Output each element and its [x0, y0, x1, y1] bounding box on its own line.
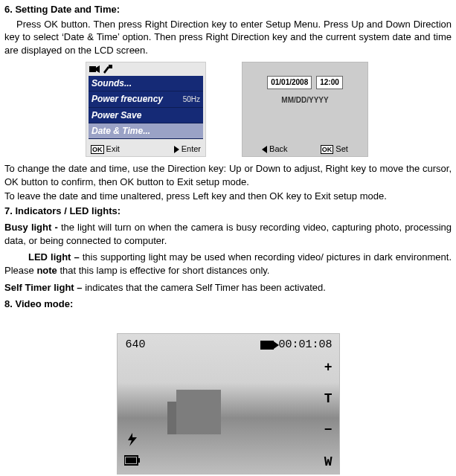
busy-light-label: Busy light -: [4, 222, 61, 233]
flash-icon: [124, 433, 141, 446]
section-6-body: Press OK button. Then press Right Direct…: [4, 18, 452, 57]
section-7-title: 7. Indicators / LED lights:: [4, 205, 452, 218]
battery-icon: [124, 454, 141, 467]
menu-item-sounds: Sounds...: [89, 76, 203, 91]
video-icon: [89, 65, 100, 74]
video-figure-wrap: 640 00:01:08 + T − W: [4, 333, 452, 475]
section-6-body-text: Press OK button. Then press Right Direct…: [4, 19, 452, 56]
set-label: Set: [335, 144, 348, 153]
camcorder-icon: [260, 341, 274, 350]
lcd2-body: 01/01/2008 12:00 MM/DD/YYYY: [243, 62, 367, 141]
zoom-minus: −: [324, 421, 333, 439]
led-light-text-b: that this lamp is effective for short di…: [57, 265, 270, 276]
figure-row: Sounds... Power frecuency 50Hz Power Sav…: [86, 62, 452, 156]
zoom-indicator: + T − W: [324, 358, 333, 471]
led-light-label: LED light –: [28, 251, 83, 263]
self-timer-text: indicates that the camera Self Timer has…: [85, 282, 326, 293]
lcd2-footer: Back OK Set: [243, 141, 367, 156]
zoom-plus: +: [324, 358, 333, 376]
date-time-fields: 01/01/2008 12:00: [267, 76, 343, 89]
right-arrow-icon: [174, 146, 179, 153]
section-6-title: 6. Setting Date and Time:: [4, 3, 452, 16]
lcd1-status-icons: [86, 62, 205, 76]
self-timer-row: Self Timer light – indicates that the ca…: [4, 281, 452, 295]
back-hint: Back: [262, 144, 287, 155]
back-label: Back: [269, 144, 287, 153]
time-field: 12:00: [316, 76, 343, 89]
note-word: note: [36, 265, 57, 276]
svg-rect-5: [138, 458, 140, 463]
setup-icon: [102, 65, 114, 74]
busy-light-row: Busy light - the light will turn on when…: [4, 221, 452, 247]
ok-icon: OK: [321, 145, 334, 154]
busy-light-text: the light will turn on when the camera i…: [4, 222, 452, 246]
zoom-w: W: [324, 453, 333, 471]
scene-building: [176, 390, 221, 434]
left-arrow-icon: [262, 146, 267, 153]
zoom-t: T: [324, 390, 333, 408]
lcd-setup-menu: Sounds... Power frecuency 50Hz Power Sav…: [86, 62, 205, 156]
section-6-leave: To leave the date and time unaltered, pr…: [4, 190, 452, 203]
ok-icon: OK: [91, 145, 104, 154]
enter-hint: Enter: [174, 144, 201, 155]
self-timer-label: Self Timer light –: [4, 282, 85, 293]
svg-marker-3: [128, 433, 137, 446]
video-topbar: 640 00:01:08: [117, 338, 340, 353]
date-field: 01/01/2008: [267, 76, 312, 89]
led-light-row: LED light – this supporting light may be…: [4, 251, 452, 277]
svg-rect-6: [126, 457, 136, 463]
menu-item-power-frequency-value: 50Hz: [183, 94, 200, 105]
exit-hint: OK Exit: [91, 144, 120, 155]
video-time-value: 00:01:08: [278, 338, 332, 353]
set-hint: OK Set: [321, 144, 348, 155]
menu-item-date-time: Date & Time...: [89, 123, 203, 139]
video-left-icons: [124, 433, 141, 467]
svg-marker-1: [96, 65, 100, 73]
video-timer: 00:01:08: [260, 338, 332, 353]
lcd1-footer: OK Exit Enter: [86, 141, 205, 156]
enter-label: Enter: [182, 144, 201, 153]
menu-item-power-save: Power Save: [89, 108, 203, 123]
lcd-video-mode: 640 00:01:08 + T − W: [117, 333, 340, 475]
menu-item-power-frequency: Power frecuency 50Hz: [89, 91, 203, 107]
menu-item-power-frequency-label: Power frecuency: [91, 93, 163, 105]
setup-menu-list: Sounds... Power frecuency 50Hz Power Sav…: [89, 76, 203, 141]
video-resolution: 640: [124, 338, 147, 353]
lcd-date-time: 01/01/2008 12:00 MM/DD/YYYY Back OK Set: [243, 62, 367, 156]
section-6-change: To change the date and time, use the Dir…: [4, 162, 452, 188]
section-8-title: 8. Video mode:: [4, 298, 452, 311]
svg-rect-0: [89, 66, 96, 72]
exit-label: Exit: [106, 144, 120, 153]
svg-rect-2: [109, 65, 112, 68]
date-format-label: MM/DD/YYYY: [281, 95, 328, 106]
